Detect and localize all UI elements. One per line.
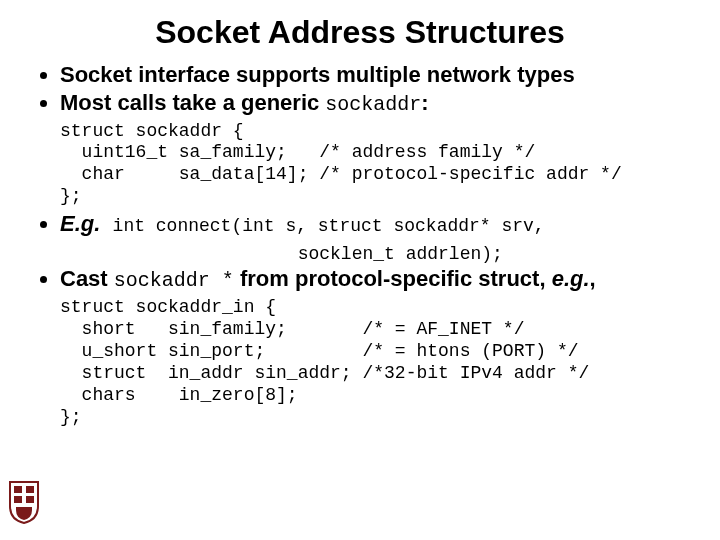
bullet-2-suffix: : [421, 90, 428, 115]
bullet-4-comma: , [590, 266, 596, 291]
bullet-list: Socket interface supports multiple netwo… [32, 61, 688, 429]
bullet-1-text: Socket interface supports multiple netwo… [60, 62, 575, 87]
bullet-4: Cast sockaddr * from protocol-specific s… [60, 265, 688, 429]
svg-rect-1 [26, 486, 34, 493]
bullet-2-prefix: Most calls take a generic [60, 90, 325, 115]
bullet-4-mid: from protocol-specific struct, [234, 266, 552, 291]
bullet-3: E.g. int connect(int s, struct sockaddr*… [60, 210, 688, 265]
bullet-1: Socket interface supports multiple netwo… [60, 61, 688, 89]
slide: Socket Address Structures Socket interfa… [0, 0, 720, 540]
eg-label: E.g. [60, 211, 100, 236]
eg-code: int connect(int s, struct sockaddr* srv,… [60, 216, 545, 264]
bullet-2: Most calls take a generic sockaddr: stru… [60, 89, 688, 209]
bullet-2-code: sockaddr [325, 93, 421, 116]
bullet-4-prefix: Cast [60, 266, 114, 291]
code-block-sockaddr-in: struct sockaddr_in { short sin_family; /… [60, 297, 688, 429]
code-block-sockaddr: struct sockaddr { uint16_t sa_family; /*… [60, 121, 688, 209]
university-crest-icon [8, 480, 40, 524]
svg-rect-2 [14, 496, 22, 503]
bullet-4-eg: e.g. [552, 266, 590, 291]
svg-rect-0 [14, 486, 22, 493]
slide-title: Socket Address Structures [32, 14, 688, 51]
svg-rect-3 [26, 496, 34, 503]
bullet-4-code: sockaddr * [114, 269, 234, 292]
